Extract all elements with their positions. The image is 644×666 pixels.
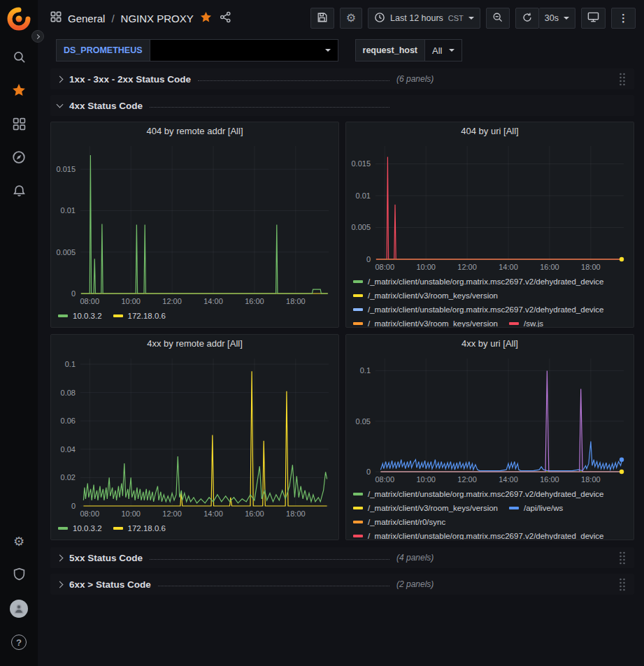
sidebar-item-help[interactable]: ? [2,625,36,659]
legend-item[interactable]: /_matrix/client/unstable/org.matrix.msc2… [353,275,604,289]
datasource-label[interactable]: DS_PROMETHEUS [56,39,150,61]
time-series-chart[interactable]: 08:0010:0012:0014:0016:0018:0000.020.040… [51,353,338,520]
legend-series-color [58,527,68,530]
svg-text:0: 0 [366,468,371,476]
legend-series-label: 10.0.3.2 [73,521,102,535]
sidebar-item-dashboards[interactable] [2,108,36,142]
dotted-leader [198,80,389,81]
legend-item[interactable]: /_matrix/client/v3/room_keys/version [353,317,498,328]
more-options-button[interactable]: ⋮ [611,8,636,29]
zoom-out-button[interactable] [486,8,510,29]
time-series-chart[interactable]: 08:0010:0012:0014:0016:0018:0000.0050.01… [51,140,338,307]
legend-item[interactable]: /_matrix/client/unstable/org.matrix.msc2… [353,529,604,540]
svg-text:16:00: 16:00 [540,475,559,484]
row-title: 1xx - 3xx - 2xx Status Code [69,74,191,85]
legend-item[interactable]: 10.0.3.2 [58,309,102,323]
chart-legend: 10.0.3.2172.18.0.6 [51,307,338,327]
legend-item[interactable]: /_matrix/client/r0/sync [353,515,445,529]
legend-item[interactable]: /_matrix/client/unstable/org.matrix.msc2… [353,303,604,317]
dashboard-settings-button[interactable]: ⚙ [340,8,362,29]
legend-series-color [353,521,363,523]
svg-text:0.015: 0.015 [56,165,76,173]
share-icon[interactable] [220,11,231,26]
legend-item[interactable]: /_matrix/client/v3/room_keys/version [353,501,498,515]
legend-item[interactable]: 172.18.0.6 [113,521,166,535]
request-host-select[interactable]: All [424,39,462,61]
svg-text:0.015: 0.015 [351,159,371,168]
svg-text:0.02: 0.02 [61,473,76,482]
avatar [10,600,28,618]
legend-item[interactable]: 10.0.3.2 [58,521,102,535]
chevron-right-icon [57,75,64,82]
svg-text:18:00: 18:00 [581,263,601,271]
clock-icon [374,12,385,25]
svg-text:18:00: 18:00 [286,297,306,305]
kebab-icon: ⋮ [618,12,629,24]
time-series-chart[interactable]: 08:0010:0012:0014:0016:0018:0000.050.1 [346,353,634,486]
legend-item[interactable]: /api/live/ws [509,501,563,515]
sidebar-item-explore[interactable] [2,142,36,175]
legend-item[interactable]: /sw.js [509,317,543,328]
panels-grid: 404 by remote addr [All] 08:0010:0012:00… [50,122,634,540]
refresh-interval-select[interactable]: 30s [539,8,575,29]
row-panel-count: (2 panels) [396,579,434,589]
sidebar-item-server-admin[interactable] [2,558,36,592]
refresh-icon [522,12,533,25]
compass-icon [12,150,26,167]
legend-series-label: /_matrix/client/unstable/org.matrix.msc2… [368,487,604,501]
legend-item[interactable]: /_matrix/client/unstable/org.matrix.msc2… [353,487,604,501]
row-drag-handle[interactable] [615,548,630,567]
sidebar-item-alerting[interactable] [2,175,36,209]
favorite-star-icon[interactable] [200,11,212,26]
request-host-value: All [432,45,442,56]
legend-series-color [509,322,519,325]
sidebar-item-search[interactable] [2,41,36,75]
datasource-select[interactable] [150,39,338,61]
chevron-down-icon [449,49,455,52]
row-1xx-3xx-2xx[interactable]: 1xx - 3xx - 2xx Status Code (6 panels) [50,68,634,89]
row-6xx[interactable]: 6xx > Status Code (2 panels) [50,574,634,595]
timezone-label: CST [448,14,464,22]
grafana-logo[interactable] [6,6,31,31]
legend-item[interactable]: /_matrix/client/v3/room_keys/version [353,289,498,303]
row-drag-handle[interactable] [615,69,630,89]
time-range-picker[interactable]: Last 12 hours CST [368,8,480,29]
sidebar-item-profile[interactable] [2,592,36,625]
save-dashboard-button[interactable] [310,8,334,29]
row-drag-handle[interactable] [615,574,630,594]
legend-series-label: /_matrix/client/unstable/org.matrix.msc2… [368,275,604,289]
dashboard-canvas: 1xx - 3xx - 2xx Status Code (6 panels) 4… [38,64,644,666]
svg-text:0.08: 0.08 [61,389,76,397]
sidebar-expand-button[interactable] [31,30,44,43]
request-host-label[interactable]: request_host [355,39,425,61]
sidebar-item-starred[interactable] [2,75,36,108]
sidebar-item-configuration[interactable]: ⚙ [2,525,36,558]
svg-text:12:00: 12:00 [162,509,182,518]
panel-title[interactable]: 4xx by remote addr [All] [51,335,338,353]
legend-item[interactable]: 172.18.0.6 [113,309,166,323]
refresh-button[interactable] [515,8,539,29]
svg-text:08:00: 08:00 [375,263,394,271]
panel-4xx-by-uri: 4xx by uri [All] 08:0010:0012:0014:0016:… [345,334,634,540]
panel-title[interactable]: 404 by uri [All] [346,122,634,140]
gear-icon: ⚙ [13,535,24,548]
dotted-leader [150,559,389,560]
time-series-chart[interactable]: 08:0010:0012:0014:0016:0018:0000.0050.01… [346,140,634,273]
legend-series-label: /_matrix/client/v3/room_keys/version [368,289,498,303]
svg-text:0.05: 0.05 [356,417,371,426]
chevron-right-icon [57,581,64,588]
dashboards-grid-icon [13,117,26,133]
row-5xx[interactable]: 5xx Status Code (4 panels) [50,547,634,568]
breadcrumb-section[interactable]: General [68,13,105,24]
page-title[interactable]: NGINX PROXY [121,13,194,24]
row-4xx[interactable]: 4xx Status Code [50,95,634,116]
refresh-interval-label: 30s [545,13,559,23]
svg-text:14:00: 14:00 [203,297,223,305]
panel-title[interactable]: 404 by remote addr [All] [51,122,338,140]
svg-text:0: 0 [366,255,371,263]
bell-icon [13,184,26,201]
time-range-label: Last 12 hours [390,13,443,23]
panel-title[interactable]: 4xx by uri [All] [346,335,634,353]
tv-mode-button[interactable] [581,8,606,29]
variables-bar: DS_PROMETHEUS request_host All [38,36,644,64]
